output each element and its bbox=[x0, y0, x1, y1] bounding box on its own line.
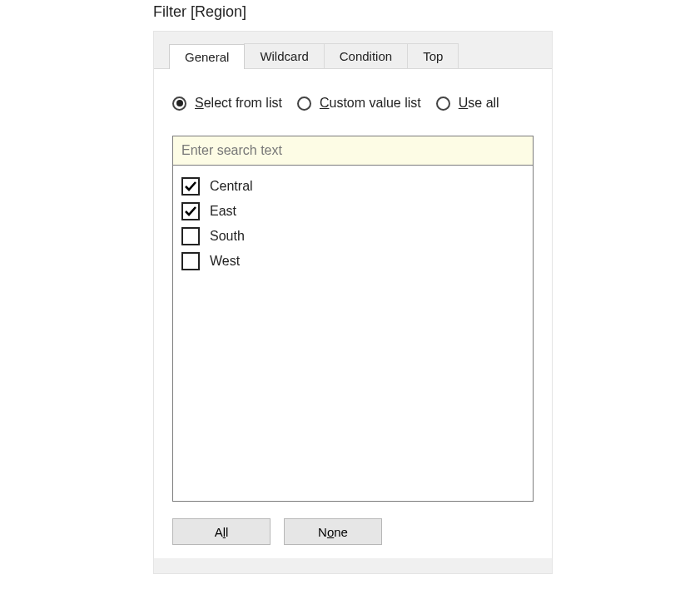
list-item-label: East bbox=[210, 204, 236, 219]
filter-panel: GeneralWildcardConditionTop Select from … bbox=[153, 31, 553, 574]
tab-general[interactable]: General bbox=[169, 44, 245, 69]
list-item-label: South bbox=[210, 229, 245, 244]
radio-label-select-from-list[interactable]: Select from list bbox=[195, 96, 282, 111]
radio-select-from-list[interactable] bbox=[172, 97, 186, 111]
list-item[interactable]: South bbox=[181, 224, 524, 249]
list-item[interactable]: Central bbox=[181, 174, 524, 199]
tab-general-body: Select from list Custom value list Use a… bbox=[154, 68, 552, 558]
items-container: CentralEastSouthWest bbox=[173, 166, 533, 282]
none-button[interactable]: None bbox=[284, 518, 382, 545]
radio-label-custom-value-list[interactable]: Custom value list bbox=[320, 96, 421, 111]
dialog-title: Filter [Region] bbox=[153, 3, 700, 21]
list-item[interactable]: West bbox=[181, 249, 524, 274]
tab-condition[interactable]: Condition bbox=[324, 43, 408, 68]
value-listbox: CentralEastSouthWest bbox=[172, 136, 534, 502]
radio-custom-value-list[interactable] bbox=[297, 97, 311, 111]
search-input[interactable] bbox=[173, 136, 533, 166]
checkbox[interactable] bbox=[181, 227, 200, 245]
tab-wildcard[interactable]: Wildcard bbox=[244, 43, 324, 68]
checkbox[interactable] bbox=[181, 252, 200, 270]
tab-bar: GeneralWildcardConditionTop bbox=[169, 43, 552, 68]
checkbox[interactable] bbox=[181, 202, 200, 220]
radio-label-use-all[interactable]: Use all bbox=[459, 96, 499, 111]
all-button[interactable]: All bbox=[172, 518, 271, 545]
list-item-label: West bbox=[210, 254, 240, 269]
list-item-label: Central bbox=[210, 179, 253, 194]
button-row: All None bbox=[172, 518, 534, 545]
tab-top[interactable]: Top bbox=[407, 43, 459, 68]
radio-row: Select from list Custom value list Use a… bbox=[172, 96, 534, 111]
list-item[interactable]: East bbox=[181, 199, 524, 224]
checkbox[interactable] bbox=[181, 177, 200, 196]
radio-use-all[interactable] bbox=[436, 97, 450, 111]
